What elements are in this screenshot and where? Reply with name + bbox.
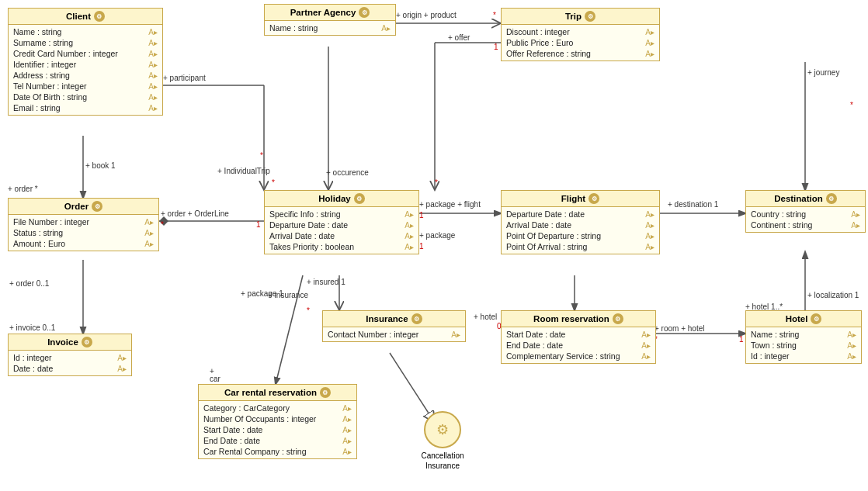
attr-row: Tel Number : integerA▸	[12, 81, 159, 92]
holiday-title: Holiday	[318, 194, 351, 203]
partner-agency-title: Partner Agency	[290, 8, 356, 17]
class-hotel-header: Hotel ⚙	[746, 311, 861, 327]
label-pkg-flight: + package + flight	[419, 200, 481, 209]
attr-row: Category : CarCategoryA▸	[202, 403, 353, 413]
attr-row: Id : integerA▸	[749, 351, 858, 361]
trip-title: Trip	[565, 12, 582, 21]
attr-row: Id : integerA▸	[12, 352, 128, 363]
class-partner-agency-body: Name : stringA▸	[265, 21, 395, 35]
label-inv-rel: + invoice 0..1	[9, 323, 55, 332]
class-invoice-header: Invoice ⚙	[9, 334, 131, 351]
class-car-rental-body: Category : CarCategoryA▸ Number Of Occup…	[199, 401, 356, 458]
class-destination-header: Destination ⚙	[746, 191, 865, 207]
hotel-title: Hotel	[786, 314, 808, 323]
class-client-body: Name : stringA▸ Surname : stringA▸ Credi…	[9, 25, 162, 115]
room-reservation-title: Room reservation	[533, 314, 609, 323]
class-holiday-body: Specific Info : stringA▸ Departure Date …	[265, 207, 418, 254]
attr-row: Departure Date : dateA▸	[505, 209, 656, 220]
label-journey: + journey	[807, 68, 839, 77]
class-destination-body: Country : stringA▸ Continent : stringA▸	[746, 207, 865, 232]
car-rental-icon: ⚙	[320, 387, 331, 398]
class-room-reservation-header: Room reservation ⚙	[502, 311, 655, 327]
class-hotel-body: Name : stringA▸ Town : stringA▸ Id : int…	[746, 327, 861, 363]
attr-row: Surname : stringA▸	[12, 37, 159, 48]
label-pkg-car: + package 1	[241, 289, 283, 298]
label-order: + order *	[8, 185, 38, 193]
class-order-header: Order ⚙	[9, 199, 158, 215]
attr-row: Name : stringA▸	[268, 22, 392, 33]
label-mult-10: *	[307, 306, 310, 315]
class-invoice-body: Id : integerA▸ Date : dateA▸	[9, 351, 131, 375]
label-origin: + origin + product	[396, 11, 457, 19]
class-insurance-header: Insurance ⚙	[323, 311, 465, 327]
class-room-reservation-body: Start Date : dateA▸ End Date : dateA▸ Co…	[502, 327, 655, 363]
attr-row: Point Of Arrival : stringA▸	[505, 241, 656, 252]
class-invoice: Invoice ⚙ Id : integerA▸ Date : dateA▸	[8, 334, 132, 376]
attr-row: Date : dateA▸	[12, 363, 128, 374]
attr-row: Point Of Departure : stringA▸	[505, 230, 656, 241]
label-mult-4: *	[493, 11, 496, 19]
attr-row: Identifier : integerA▸	[12, 59, 159, 70]
attr-row: Offer Reference : stringA▸	[505, 48, 656, 59]
class-holiday-header: Holiday ⚙	[265, 191, 418, 207]
label-participant: + participant	[163, 74, 206, 82]
label-mult-9: *	[850, 101, 853, 109]
label-mult-rh2: 1	[739, 335, 744, 344]
label-room-hotel: + room + hotel	[654, 324, 704, 333]
class-flight: Flight ⚙ Departure Date : dateA▸ Arrival…	[501, 190, 660, 254]
label-insured: + insured 1	[307, 278, 345, 286]
label-mult-ol2: 1	[256, 220, 261, 229]
cancellation-icon: ⚙	[424, 411, 461, 448]
class-car-rental-header: Car rental reservation ⚙	[199, 385, 356, 401]
flight-icon: ⚙	[589, 193, 599, 204]
attr-row: Complementary Service : stringA▸	[505, 351, 652, 361]
attr-row: Country : stringA▸	[749, 209, 862, 220]
attr-row: File Number : integerA▸	[12, 216, 155, 227]
flight-title: Flight	[561, 194, 585, 203]
label-hotel-rel: + hotel	[474, 313, 497, 321]
label-occurence: + occurence	[326, 168, 369, 177]
insurance-title: Insurance	[366, 314, 408, 323]
class-flight-body: Departure Date : dateA▸ Arrival Date : d…	[502, 207, 659, 254]
attr-row: End Date : dateA▸	[202, 435, 353, 446]
attr-row: Public Price : EuroA▸	[505, 37, 656, 48]
attr-row: Name : stringA▸	[12, 26, 159, 37]
label-mult-6: *	[435, 178, 438, 187]
attr-row: End Date : dateA▸	[505, 340, 652, 351]
attr-row: Town : stringA▸	[749, 340, 858, 351]
attr-row: Departure Date : dateA▸	[268, 220, 415, 230]
cancellation-insurance: ⚙ CancellationInsurance	[411, 411, 474, 471]
class-insurance: Insurance ⚙ Contact Number : integerA▸	[322, 310, 466, 342]
label-offer: + offer	[448, 33, 470, 42]
class-trip-header: Trip ⚙	[502, 9, 659, 25]
hotel-icon: ⚙	[811, 313, 821, 324]
class-flight-header: Flight ⚙	[502, 191, 659, 207]
holiday-icon: ⚙	[354, 193, 365, 204]
attr-row: Start Date : dateA▸	[505, 329, 652, 340]
attr-row: Number Of Occupants : integerA▸	[202, 413, 353, 424]
class-order-body: File Number : integerA▸ Status : stringA…	[9, 215, 158, 251]
class-hotel: Hotel ⚙ Name : stringA▸ Town : stringA▸ …	[745, 310, 862, 364]
attr-row: Arrival Date : dateA▸	[505, 220, 656, 230]
label-mult-2: *	[272, 178, 275, 187]
client-icon: ⚙	[94, 11, 105, 22]
attr-row: Credit Card Number : integerA▸	[12, 48, 159, 59]
class-insurance-body: Contact Number : integerA▸	[323, 327, 465, 341]
label-localization: + localization 1	[807, 291, 859, 299]
attr-row: Status : stringA▸	[12, 227, 155, 238]
class-client-header: Client ⚙	[9, 9, 162, 25]
label-mult-5: 1	[494, 43, 498, 51]
class-client: Client ⚙ Name : stringA▸ Surname : strin…	[8, 8, 163, 116]
insurance-icon: ⚙	[411, 313, 422, 324]
attr-row: Address : stringA▸	[12, 70, 159, 81]
attr-row: Car Rental Company : stringA▸	[202, 446, 353, 457]
label-destination: + destination 1	[668, 200, 718, 209]
attr-row: Continent : stringA▸	[749, 220, 862, 230]
label-mult-1: *	[260, 151, 263, 160]
label-ord-inv: + order 0..1	[9, 279, 49, 288]
label-pkg-hotel: + package	[419, 231, 455, 240]
attr-row: Takes Priority : booleanA▸	[268, 241, 415, 252]
label-orderline: + order + OrderLine	[161, 209, 229, 218]
car-rental-title: Car rental reservation	[224, 388, 317, 397]
class-partner-agency: Partner Agency ⚙ Name : stringA▸	[264, 4, 396, 36]
